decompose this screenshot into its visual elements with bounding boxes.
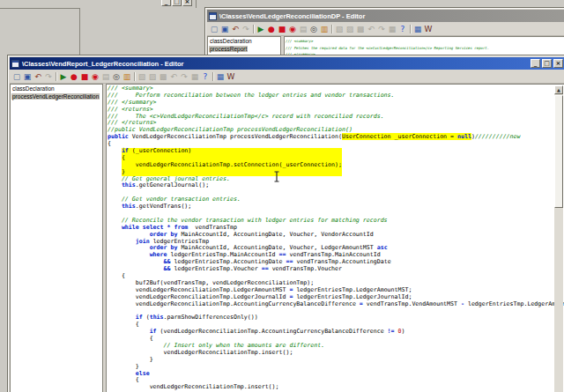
cut-icon[interactable]: ▧ — [334, 24, 345, 34]
msdn-icon[interactable]: W — [423, 24, 434, 34]
redo-edit-icon[interactable]: ↷ — [376, 24, 387, 34]
lookup-properties-icon[interactable]: ◎ — [111, 71, 122, 82]
code-line: public VendLedgerReconciliationTmp proce… — [108, 134, 564, 141]
method-list-item-label: classDeclaration — [11, 85, 56, 92]
redo-icon[interactable]: ↷ — [43, 71, 54, 82]
method-list-item[interactable]: processVendLedgerReconciliation — [11, 92, 102, 100]
new-file-icon[interactable]: ▢ — [209, 24, 219, 34]
code-line: else — [108, 371, 564, 378]
code-line: this.getGeneralJournal(); — [108, 182, 564, 189]
setup-icon[interactable]: ▤ — [298, 24, 308, 34]
vertical-scrollbar[interactable]: ▲ — [554, 85, 563, 392]
screen: _□× \Classes\VendLedgerReconciliationDP … — [0, 0, 564, 392]
editor-window-icon — [11, 60, 19, 68]
code-editor-area[interactable]: /// <summary>/// Perform reconciliation … — [106, 84, 564, 392]
new-file-icon[interactable]: ▢ — [11, 71, 22, 82]
code-line: /// Perform reconciliation between the l… — [108, 92, 564, 100]
window-title: \Classes\VendLedgerReconciliationDP - Ed… — [219, 12, 365, 20]
code-line: /// Fetches the required data for the <c… — [286, 45, 564, 52]
copy-icon[interactable]: ▨ — [147, 71, 158, 82]
scripts-icon[interactable]: ▥ — [319, 24, 330, 34]
editor-window-vendreport-ledgerreconciliation: \Classes\VendReport_LedgerReconciliation… — [7, 55, 564, 392]
toolbar-separator — [56, 72, 56, 81]
toolbar-separator — [331, 25, 332, 33]
run-icon[interactable]: ▶ — [256, 24, 266, 34]
background-window-edge — [79, 8, 80, 55]
code-line: if (_userConnection) — [108, 148, 564, 155]
close-button[interactable]: × — [553, 59, 563, 68]
undo-icon[interactable]: ↶ — [33, 71, 43, 82]
toggle-breakpoint-icon[interactable]: ● — [69, 71, 79, 82]
msdn-icon[interactable]: W — [226, 71, 236, 82]
setup-icon[interactable]: ▤ — [100, 71, 111, 82]
code-line: /// </summary> — [108, 100, 564, 107]
open-new-window-icon[interactable]: ▦ — [387, 24, 397, 34]
save-icon[interactable]: ▣ — [219, 24, 230, 34]
open-new-window-icon[interactable]: ▦ — [189, 71, 200, 82]
method-list-pane[interactable]: classDeclarationprocessVendLedgerReconci… — [10, 84, 103, 392]
method-list-item[interactable]: classDeclaration — [208, 37, 280, 45]
code-line: vendLedgerReconciliationTmp.insert(); — [108, 350, 564, 357]
editor-toolbar: ▢▣↶↷▶●■◉▤◎▥▧▨▩↶↷▦?▦W — [207, 22, 564, 36]
save-icon[interactable]: ▣ — [22, 71, 33, 82]
toolbar-separator — [253, 25, 254, 33]
scrollbar-thumb[interactable] — [554, 95, 563, 208]
code-line: && ledgerEntriesTmp.Voucher == vendTrans… — [108, 266, 564, 273]
maximize-button[interactable]: □ — [542, 59, 552, 68]
toolbar-separator — [410, 25, 411, 33]
code-line: /// The <c>VendLedgerReconciliationTmp</… — [108, 114, 564, 121]
background-window-edge — [196, 0, 197, 8]
method-list-item-label: processVendLedgerReconciliation — [11, 93, 100, 100]
toolbar-separator — [134, 72, 135, 81]
enhanced-breakpoint-icon[interactable]: ■ — [79, 71, 90, 82]
method-list-item[interactable]: processReport — [208, 45, 280, 53]
title-bar[interactable]: \Classes\VendReport_LedgerReconciliation… — [10, 57, 564, 70]
code-line: vendLedgerReconciliationTmp.setConnectio… — [108, 162, 564, 169]
copy-icon[interactable]: ▨ — [345, 24, 355, 34]
maximize-button[interactable]: □ — [172, 0, 182, 6]
editor-toolbar: ▢▣↶↷▶●■◉▤◎▥▧▨▩↶↷▦?▦W — [10, 70, 564, 84]
help-icon[interactable]: ? — [397, 24, 408, 34]
title-bar[interactable]: \Classes\VendLedgerReconciliationDP - Ed… — [207, 10, 564, 22]
lookup-properties-icon[interactable]: ◎ — [308, 24, 319, 34]
method-list-item[interactable]: classDeclaration — [11, 85, 102, 92]
method-list-item-label: processReport — [209, 46, 248, 52]
minimize-button[interactable]: _ — [161, 0, 171, 6]
close-button[interactable]: × — [182, 0, 192, 6]
cut-icon[interactable]: ▧ — [137, 71, 147, 82]
code-line: vendLedgerReconciliationTmp.AccountingCu… — [108, 301, 564, 308]
html-help-icon[interactable]: ▦ — [215, 71, 226, 82]
toggle-breakpoint-icon[interactable]: ● — [266, 24, 277, 34]
background-window-edge — [0, 8, 80, 9]
undo-icon[interactable]: ↶ — [230, 24, 241, 34]
code-line: } — [108, 364, 564, 371]
code-line: } — [108, 357, 564, 364]
code-line: if (vendLedgerReconciliationTmp.Accounti… — [108, 329, 564, 336]
enhanced-breakpoint-icon[interactable]: ■ — [277, 24, 287, 34]
code-line: /// <summary> — [286, 38, 564, 45]
redo-edit-icon[interactable]: ↷ — [179, 71, 189, 82]
run-icon[interactable]: ▶ — [58, 71, 69, 82]
scripts-icon[interactable]: ▥ — [122, 71, 132, 82]
code-line: vendLedgerReconciliationTmp.insert(); — [108, 384, 564, 391]
window-controls: _□× — [531, 59, 563, 68]
toolbar-separator — [212, 72, 213, 81]
window-title: \Classes\VendReport_LedgerReconciliation… — [22, 60, 183, 68]
redo-icon[interactable]: ↷ — [241, 24, 251, 34]
remove-breakpoints-icon[interactable]: ◉ — [90, 71, 100, 82]
paste-icon[interactable]: ▩ — [158, 71, 168, 82]
remove-breakpoints-icon[interactable]: ◉ — [287, 24, 298, 34]
paste-icon[interactable]: ▩ — [355, 24, 366, 34]
method-list-item-label: classDeclaration — [209, 38, 253, 44]
code-line: if (this.parmShowDifferencesOnly()) — [108, 314, 564, 322]
undo-edit-icon[interactable]: ↶ — [366, 24, 376, 34]
help-icon[interactable]: ? — [200, 71, 211, 82]
html-help-icon[interactable]: ▦ — [412, 24, 423, 34]
scroll-up-button[interactable]: ▲ — [554, 85, 563, 94]
text-ibeam-cursor — [273, 170, 280, 186]
minimize-button[interactable]: _ — [531, 59, 540, 68]
background-window-controls: _□× — [161, 0, 192, 6]
code-line: this.getVendTrans(); — [108, 203, 564, 211]
editor-window-icon — [209, 12, 217, 20]
undo-edit-icon[interactable]: ↶ — [168, 71, 179, 82]
